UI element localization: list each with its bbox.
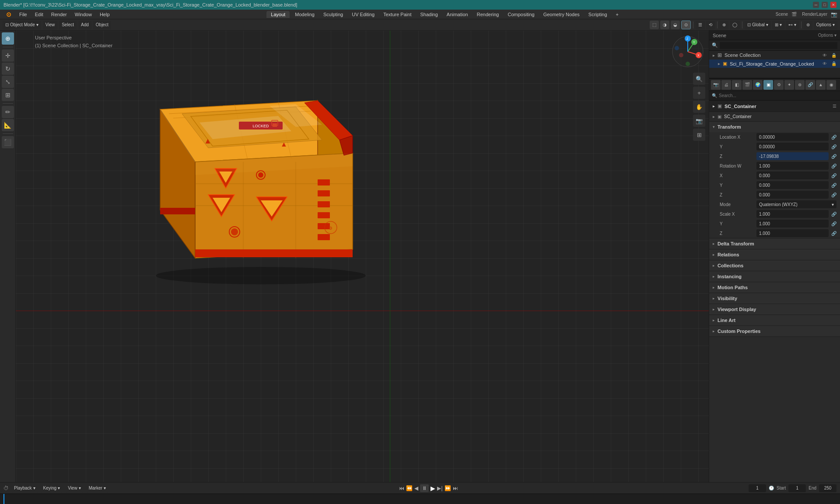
viewport-gizmo-btn[interactable]: ⟲ <box>706 21 715 29</box>
props-material-tab[interactable]: ◉ <box>826 80 836 90</box>
menu-edit[interactable]: Edit <box>32 11 47 18</box>
props-modifiers-tab[interactable]: ⚙ <box>774 80 784 90</box>
outliner-options[interactable]: Options ▾ <box>818 33 836 38</box>
select-menu[interactable]: Select <box>59 21 77 29</box>
menu-window[interactable]: Window <box>71 11 95 18</box>
location-x-field[interactable]: 0.00000 <box>756 133 829 141</box>
location-x-link[interactable]: 🔗 <box>831 135 836 140</box>
move-tool[interactable]: ✛ <box>2 49 14 62</box>
rotate-tool[interactable]: ↻ <box>2 63 14 75</box>
rotation-y-field[interactable]: 0.000 <box>756 181 829 189</box>
menu-file[interactable]: File <box>16 11 31 18</box>
props-output-tab[interactable]: 🖨 <box>721 80 731 90</box>
props-object-tab[interactable]: ▣ <box>763 80 773 90</box>
maximize-button[interactable]: □ <box>822 2 828 8</box>
keying-menu[interactable]: Keying ▾ <box>41 484 63 493</box>
snap-btn[interactable]: ⊕ <box>720 21 728 29</box>
viewport-canvas[interactable]: LOCKED ▲ ▲ ⚙ <box>16 31 709 482</box>
ws-tab-animation[interactable]: Animation <box>443 11 472 18</box>
location-z-field[interactable]: -17.09838 <box>756 152 829 160</box>
rotation-z-field[interactable]: 0.000 <box>756 191 829 199</box>
rotation-z-link[interactable]: 🔗 <box>831 192 836 197</box>
play-step-fwd-btn[interactable]: ▶| <box>437 485 442 491</box>
measure-tool[interactable]: 📐 <box>2 119 14 131</box>
obj-menu-icon[interactable]: ☰ <box>833 104 836 108</box>
add-menu[interactable]: Add <box>78 21 91 29</box>
ws-tab-shading[interactable]: Shading <box>416 11 441 18</box>
collections-header[interactable]: ▸ Collections <box>709 260 840 271</box>
menu-blender[interactable]: ⊙ <box>3 10 15 19</box>
delta-transform-header[interactable]: ▸ Delta Transform <box>709 238 840 249</box>
snap-to-btn[interactable]: ⊷ ▾ <box>786 21 799 29</box>
viewport-shading-render[interactable]: ⊙ <box>681 21 691 29</box>
transform-header[interactable]: ▾ Transform <box>709 122 840 132</box>
ws-tab-add[interactable]: + <box>612 11 622 18</box>
collection-btn[interactable]: ⊞ <box>693 129 705 141</box>
viewport-overlay-btn[interactable]: ☰ <box>696 21 705 29</box>
minimize-button[interactable]: ─ <box>813 2 819 8</box>
scale-y-field[interactable]: 1.000 <box>756 220 829 228</box>
props-render-tab[interactable]: 📷 <box>711 80 721 90</box>
instancing-header[interactable]: ▸ Instancing <box>709 271 840 282</box>
visibility-header[interactable]: ▸ Visibility <box>709 293 840 304</box>
custom-properties-header[interactable]: ▸ Custom Properties <box>709 326 840 336</box>
ws-tab-geometry-nodes[interactable]: Geometry Nodes <box>540 11 583 18</box>
viewport-shading-wire[interactable]: ⬚ <box>650 21 659 29</box>
scale-x-field[interactable]: 1.000 <box>756 210 829 218</box>
add-cube-tool[interactable]: ⬛ <box>2 136 14 148</box>
obj-visibility[interactable]: 👁 <box>822 61 827 66</box>
scale-z-field[interactable]: 1.000 <box>756 229 829 237</box>
scale-z-link[interactable]: 🔗 <box>831 231 836 236</box>
cursor-tool[interactable]: ⊕ <box>2 32 14 45</box>
obj-lock[interactable]: 🔒 <box>831 61 836 66</box>
playback-menu[interactable]: Playback ▾ <box>11 484 38 493</box>
play-stop-btn[interactable]: ⏸ <box>420 484 429 492</box>
zoom-magnify-btn[interactable]: 🔍 <box>693 73 705 85</box>
play-next-keyframe-btn[interactable]: ⏩ <box>444 485 451 491</box>
props-world-tab[interactable]: 🌍 <box>753 80 763 90</box>
props-view-layer-tab[interactable]: ◧ <box>732 80 742 90</box>
ws-tab-modeling[interactable]: Modeling <box>291 11 318 18</box>
ws-tab-layout[interactable]: Layout <box>266 11 290 18</box>
motion-paths-header[interactable]: ▸ Motion Paths <box>709 282 840 293</box>
timeline-track[interactable]: 1 10 20 30 40 50 60 70 80 90 100 110 120… <box>0 494 840 504</box>
props-data-tab[interactable]: ▲ <box>816 80 826 90</box>
play-btn[interactable]: ▶ <box>430 485 435 492</box>
props-scene-tab[interactable]: 🎬 <box>742 80 752 90</box>
ws-tab-texture-paint[interactable]: Texture Paint <box>380 11 415 18</box>
rotation-y-link[interactable]: 🔗 <box>831 183 836 188</box>
ws-tab-rendering[interactable]: Rendering <box>473 11 503 18</box>
transform-orientation[interactable]: ⊞ ▾ <box>772 21 784 29</box>
transform-pivot[interactable]: ⊡ Global ▾ <box>745 21 771 29</box>
scale-y-link[interactable]: 🔗 <box>831 221 836 226</box>
navigation-gizmo[interactable]: Y X Z <box>670 34 705 69</box>
play-start-btn[interactable]: ⏮ <box>399 485 404 491</box>
mode-selector[interactable]: ⊡ Object Mode ▾ <box>3 21 41 29</box>
rotation-w-link[interactable]: 🔗 <box>831 164 836 168</box>
location-y-link[interactable]: 🔗 <box>831 144 836 149</box>
viewport-area[interactable]: LOCKED ▲ ▲ ⚙ <box>16 31 709 482</box>
scale-tool[interactable]: ⤡ <box>2 76 14 88</box>
props-search-input[interactable] <box>719 93 837 99</box>
relations-header[interactable]: ▸ Relations <box>709 249 840 260</box>
props-constraints-tab[interactable]: 🔗 <box>805 80 815 90</box>
pan-btn[interactable]: ✋ <box>693 101 705 113</box>
menu-render[interactable]: Render <box>48 11 70 18</box>
rotation-x-field[interactable]: 0.000 <box>756 172 829 179</box>
viewport-display-header[interactable]: ▸ Viewport Display <box>709 304 840 315</box>
rotation-w-field[interactable]: 1.000 <box>756 162 829 170</box>
end-frame-field[interactable]: 250 <box>819 484 836 492</box>
marker-menu[interactable]: Marker ▾ <box>86 484 108 493</box>
options-btn[interactable]: Options ▾ <box>814 21 837 29</box>
scene-collection-row[interactable]: ▸ ⊞ Scene Collection 👁 🔒 <box>709 51 840 60</box>
ws-tab-compositing[interactable]: Compositing <box>504 11 538 18</box>
camera-btn[interactable]: 📷 <box>693 115 705 127</box>
proportional-btn[interactable]: ◯ <box>730 21 740 29</box>
props-physics-tab[interactable]: ⊛ <box>795 80 805 90</box>
line-art-header[interactable]: ▸ Line Art <box>709 315 840 326</box>
start-frame-field[interactable]: 1 <box>788 484 806 492</box>
crate-object-row[interactable]: ▸ ▣ Sci_Fi_Storage_Crate_Orange_Locked 👁… <box>709 60 840 68</box>
ws-tab-sculpting[interactable]: Sculpting <box>320 11 346 18</box>
outliner-search-input[interactable] <box>720 42 837 49</box>
annotate-tool[interactable]: ✏ <box>2 106 14 118</box>
